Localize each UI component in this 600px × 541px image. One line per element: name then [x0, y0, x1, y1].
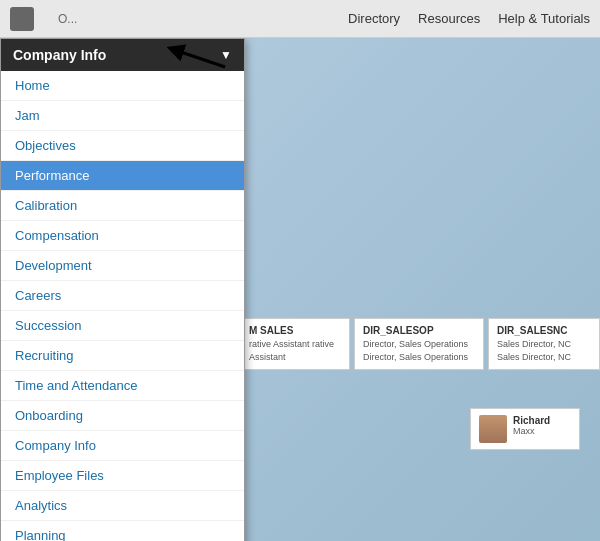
org-card-bottom: Richard Maxx — [470, 408, 580, 450]
dropdown-item-time-and-attendance[interactable]: Time and Attendance — [1, 371, 244, 401]
nav-logo — [10, 7, 34, 31]
org-card-salesnc-sub: Sales Director, NC Sales Director, NC — [497, 338, 591, 363]
main-content: Company Info ▼ HomeJamObjectivesPerforma… — [0, 38, 600, 541]
avatar — [479, 415, 507, 443]
org-card-salesop-title: DIR_SALESOP — [363, 325, 475, 336]
org-card-sales: M SALES rative Assistant rative Assistan… — [240, 318, 350, 370]
arrow-annotation — [155, 42, 235, 75]
nav-help[interactable]: Help & Tutorials — [498, 11, 590, 26]
dropdown-item-compensation[interactable]: Compensation — [1, 221, 244, 251]
org-card-bottom-sub: Maxx — [513, 426, 550, 436]
dropdown-item-home[interactable]: Home — [1, 71, 244, 101]
avatar-image — [479, 415, 507, 443]
org-card-salesop: DIR_SALESOP Director, Sales Operations D… — [354, 318, 484, 370]
org-label: O... — [58, 12, 77, 26]
dropdown-item-onboarding[interactable]: Onboarding — [1, 401, 244, 431]
dropdown-item-employee-files[interactable]: Employee Files — [1, 461, 244, 491]
nav-links: Directory Resources Help & Tutorials — [348, 11, 590, 26]
org-card-sales-title: M SALES — [249, 325, 341, 336]
dropdown-item-objectives[interactable]: Objectives — [1, 131, 244, 161]
dropdown-item-jam[interactable]: Jam — [1, 101, 244, 131]
dropdown-item-company-info[interactable]: Company Info — [1, 431, 244, 461]
org-card-bottom-info: Richard Maxx — [513, 415, 550, 436]
dropdown-item-calibration[interactable]: Calibration — [1, 191, 244, 221]
dropdown-item-development[interactable]: Development — [1, 251, 244, 281]
org-cards-area: M SALES rative Assistant rative Assistan… — [240, 318, 600, 370]
dropdown-items-list: HomeJamObjectivesPerformanceCalibrationC… — [1, 71, 244, 541]
org-card-bottom-name: Richard — [513, 415, 550, 426]
dropdown-menu: Company Info ▼ HomeJamObjectivesPerforma… — [0, 38, 245, 541]
nav-resources[interactable]: Resources — [418, 11, 480, 26]
dropdown-item-recruiting[interactable]: Recruiting — [1, 341, 244, 371]
nav-directory[interactable]: Directory — [348, 11, 400, 26]
svg-line-0 — [175, 50, 225, 67]
dropdown-item-planning[interactable]: Planning — [1, 521, 244, 541]
dropdown-title: Company Info — [13, 47, 106, 63]
org-card-salesnc-title: DIR_SALESNC — [497, 325, 591, 336]
top-nav: O... Directory Resources Help & Tutorial… — [0, 0, 600, 38]
dropdown-item-careers[interactable]: Careers — [1, 281, 244, 311]
dropdown-item-performance[interactable]: Performance — [1, 161, 244, 191]
org-card-salesop-sub: Director, Sales Operations Director, Sal… — [363, 338, 475, 363]
dropdown-item-succession[interactable]: Succession — [1, 311, 244, 341]
dropdown-item-analytics[interactable]: Analytics — [1, 491, 244, 521]
org-card-salesnc: DIR_SALESNC Sales Director, NC Sales Dir… — [488, 318, 600, 370]
org-card-sales-sub: rative Assistant rative Assistant — [249, 338, 341, 363]
